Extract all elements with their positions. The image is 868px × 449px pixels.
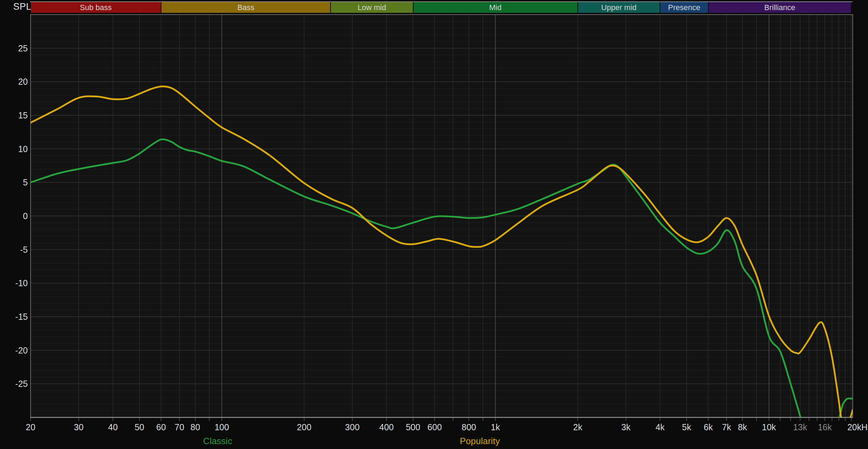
x-axis-label-7k: 7k — [722, 422, 731, 432]
x-axis-label-600: 600 — [427, 422, 442, 432]
x-axis-label-300: 300 — [345, 422, 360, 432]
x-axis-label-20: 20 — [26, 422, 35, 432]
x-axis-label-10k: 10k — [762, 422, 776, 432]
x-axis-label-80: 80 — [191, 422, 200, 432]
x-axis-label-200: 200 — [297, 422, 311, 432]
x-axis-label-800: 800 — [462, 422, 476, 432]
y-axis-label: 15 — [0, 110, 28, 120]
x-axis-label-40: 40 — [108, 422, 118, 432]
y-axis-label: 10 — [0, 144, 28, 154]
x-axis-label-500: 500 — [406, 422, 420, 432]
x-axis-label-3k: 3k — [621, 422, 630, 432]
x-axis-label-1k: 1k — [491, 422, 500, 432]
x-axis-label-13k: 13k — [793, 422, 807, 432]
x-axis-label-5k: 5k — [682, 422, 691, 432]
y-axis-label: 0 — [0, 211, 28, 221]
x-axis-label-6k: 6k — [704, 422, 713, 432]
y-axis-label: -25 — [0, 379, 28, 389]
y-axis-label: -15 — [0, 311, 28, 322]
x-axis-label-400: 400 — [379, 422, 394, 432]
x-axis-label-16k: 16k — [818, 422, 832, 432]
x-axis-label-50: 50 — [135, 422, 144, 432]
y-axis-label: 25 — [0, 43, 28, 53]
legend-item-popularity[interactable]: Popularity — [460, 436, 500, 447]
y-axis-label: 5 — [0, 177, 28, 188]
x-axis-label-20khz: 20kHz — [847, 422, 868, 432]
x-axis-label-2k: 2k — [573, 422, 582, 432]
y-axis-label: -20 — [0, 345, 28, 356]
x-axis-label-4k: 4k — [656, 422, 665, 432]
y-axis-label: -5 — [0, 244, 28, 255]
x-axis-label-60: 60 — [156, 422, 166, 432]
x-axis-label-70: 70 — [175, 422, 184, 432]
x-axis-label-100: 100 — [215, 422, 229, 432]
legend-item-classic[interactable]: Classic — [203, 436, 232, 447]
y-axis-label: -10 — [0, 278, 28, 288]
y-axis-label: 20 — [0, 76, 28, 87]
frequency-response-chart: SPL Sub bassBassLow midMidUpper midPrese… — [0, 0, 868, 449]
x-axis-label-8k: 8k — [738, 422, 747, 432]
plot-area — [0, 0, 868, 449]
x-axis-label-30: 30 — [74, 422, 84, 432]
